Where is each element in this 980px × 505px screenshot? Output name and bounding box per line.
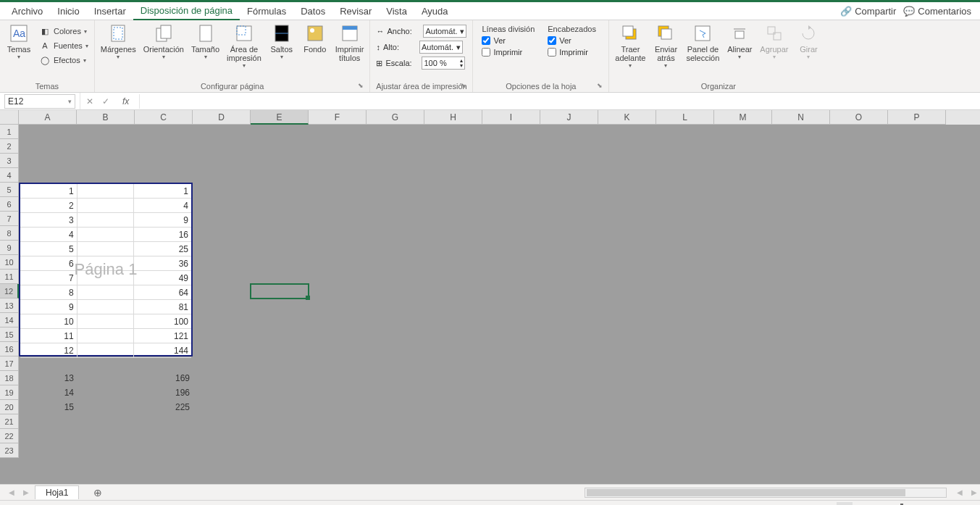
row-header-3[interactable]: 3	[0, 154, 19, 168]
row-header-8[interactable]: 8	[0, 226, 19, 241]
cell[interactable]: 11	[20, 329, 78, 343]
spreadsheet-grid[interactable]: ABCDEFGHIJKLMNOP 12345678910111213141516…	[0, 110, 980, 484]
cell[interactable]: 36	[134, 256, 191, 270]
col-header-C[interactable]: C	[135, 110, 193, 125]
fill-handle[interactable]	[306, 296, 310, 300]
comentarios-button[interactable]: 💬Comentarios	[903, 6, 971, 17]
opciones-launcher[interactable]: ⬊	[595, 82, 604, 91]
table-row[interactable]: 13169	[19, 371, 193, 385]
col-header-B[interactable]: B	[77, 110, 135, 125]
tab-prev[interactable]: ◀	[6, 488, 17, 496]
scroll-left[interactable]: ◀	[954, 488, 966, 496]
col-header-O[interactable]: O	[830, 110, 888, 125]
menu-revisar[interactable]: Revisar	[332, 3, 379, 20]
table-row[interactable]: 981	[20, 300, 191, 314]
escala-input[interactable]: 100 %▴▾	[422, 57, 465, 70]
cell[interactable]: 6	[20, 256, 78, 270]
cell[interactable]: 3	[20, 213, 78, 227]
cell[interactable]: 4	[134, 199, 191, 212]
cell[interactable]	[78, 285, 135, 299]
table-row[interactable]: 11121	[20, 329, 191, 343]
saltos-button[interactable]: Saltos▾	[266, 22, 298, 62]
table-row[interactable]: 39	[20, 213, 191, 228]
table-row[interactable]: 24	[20, 199, 191, 213]
alto-select[interactable]: Automát.▾	[419, 41, 463, 54]
formula-input[interactable]	[139, 94, 980, 109]
active-cell[interactable]	[250, 283, 309, 299]
efectos-button[interactable]: ◯Efectos▾	[36, 54, 91, 67]
ancho-select[interactable]: Automát.▾	[423, 25, 466, 38]
menu-ayuda[interactable]: Ayuda	[414, 3, 456, 20]
row-header-2[interactable]: 2	[0, 139, 19, 154]
cell[interactable]: 13	[19, 371, 77, 385]
table-row[interactable]: 636	[20, 256, 191, 271]
menu-datos[interactable]: Datos	[293, 3, 332, 20]
row-header-5[interactable]: 5	[0, 183, 19, 197]
row-header-21[interactable]: 21	[0, 414, 19, 429]
horizontal-scrollbar[interactable]	[585, 488, 947, 498]
menu-inicio[interactable]: Inicio	[50, 3, 86, 20]
cell[interactable]: 7	[20, 271, 78, 285]
area-impresion-button[interactable]: Área de impresión▾	[224, 22, 264, 70]
cell[interactable]: 14	[19, 385, 77, 400]
table-row[interactable]: 11	[20, 184, 191, 199]
compartir-button[interactable]: 🔗Compartir	[840, 6, 896, 17]
cell[interactable]: 9	[134, 213, 191, 227]
table-row[interactable]: 15225	[19, 400, 193, 414]
cell[interactable]	[78, 256, 135, 270]
cell[interactable]	[78, 300, 135, 314]
cell[interactable]: 10	[20, 314, 78, 328]
imprimir-titulos-button[interactable]: Imprimir títulos	[332, 22, 367, 64]
view-normal-button[interactable]: ▦	[796, 502, 812, 506]
cell[interactable]: 8	[20, 285, 78, 299]
alinear-button[interactable]: Alinear▾	[724, 22, 755, 62]
tab-next[interactable]: ▶	[20, 488, 32, 496]
row-header-11[interactable]: 11	[0, 270, 19, 284]
add-sheet-button[interactable]: ⊕	[91, 485, 105, 500]
row-header-15[interactable]: 15	[0, 327, 19, 342]
cell[interactable]	[77, 385, 135, 400]
row-header-17[interactable]: 17	[0, 356, 19, 371]
view-pagebreak-button[interactable]: ⊞	[837, 502, 853, 506]
sheet-tab-hoja1[interactable]: Hoja1	[35, 485, 79, 499]
cell[interactable]: 121	[134, 329, 191, 343]
temas-button[interactable]: Aa Temas▾	[3, 22, 35, 62]
col-header-N[interactable]: N	[772, 110, 830, 125]
row-header-13[interactable]: 13	[0, 299, 19, 313]
col-header-J[interactable]: J	[540, 110, 598, 125]
menu-vista[interactable]: Vista	[379, 3, 414, 20]
cell[interactable]	[78, 184, 135, 198]
col-header-P[interactable]: P	[888, 110, 946, 125]
row-header-22[interactable]: 22	[0, 429, 19, 443]
cell[interactable]	[78, 213, 135, 227]
col-header-L[interactable]: L	[656, 110, 714, 125]
cell[interactable]	[78, 271, 135, 285]
row-header-12[interactable]: 12	[0, 284, 19, 299]
table-row[interactable]: 14196	[19, 385, 193, 400]
menu-disposicion[interactable]: Disposición de página	[133, 2, 240, 20]
fondo-button[interactable]: Fondo	[299, 22, 331, 55]
cell[interactable]: 169	[135, 371, 193, 385]
row-header-16[interactable]: 16	[0, 342, 19, 356]
row-header-1[interactable]: 1	[0, 125, 19, 139]
traer-adelante-button[interactable]: Traer adelante▾	[612, 22, 648, 70]
menu-formulas[interactable]: Fórmulas	[240, 3, 293, 20]
fx-icon[interactable]: fx	[118, 96, 133, 107]
row-header-7[interactable]: 7	[0, 212, 19, 226]
table-row[interactable]: 749	[20, 271, 191, 285]
colores-button[interactable]: ◧Colores▾	[36, 25, 91, 38]
encab-ver-checkbox[interactable]: Ver	[548, 36, 600, 45]
orientacion-button[interactable]: Orientación▾	[141, 22, 187, 62]
cell[interactable]: 25	[134, 242, 191, 256]
row-header-20[interactable]: 20	[0, 400, 19, 414]
col-header-E[interactable]: E	[251, 110, 309, 125]
row-header-18[interactable]: 18	[0, 371, 19, 385]
row-header-23[interactable]: 23	[0, 443, 19, 458]
row-header-10[interactable]: 10	[0, 255, 19, 270]
cell[interactable]	[77, 400, 135, 414]
lineas-imprimir-checkbox[interactable]: Imprimir	[482, 48, 535, 57]
col-header-G[interactable]: G	[367, 110, 424, 125]
cell[interactable]: 49	[134, 271, 191, 285]
view-pagelayout-button[interactable]: ▤	[816, 502, 832, 506]
cell[interactable]: 2	[20, 199, 78, 212]
